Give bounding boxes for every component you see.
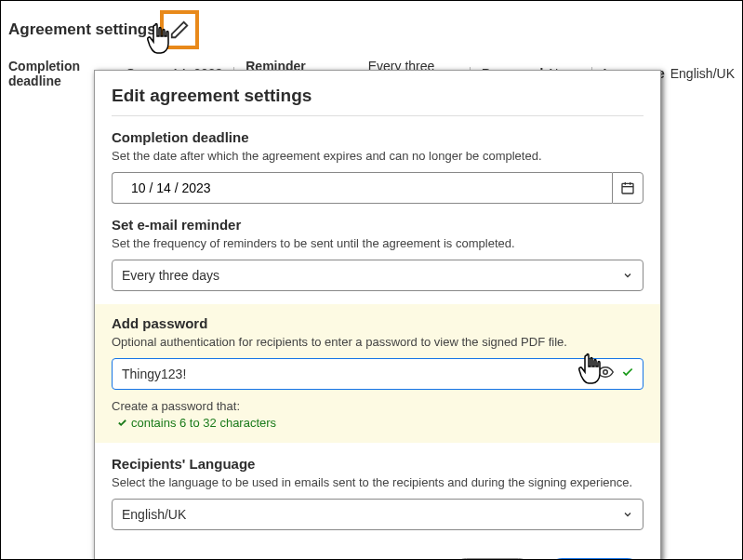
recipients-language-help: Select the language to be used in emails… [112,475,643,489]
add-password-section: Add password Optional authentication for… [95,304,660,443]
page-title-text: Agreement settings [8,20,156,39]
completion-deadline-input[interactable]: 10 / 14 / 2023 [112,172,612,204]
chevron-down-icon [622,509,633,520]
svg-rect-0 [622,183,633,193]
pencil-icon [169,20,190,40]
email-reminder-section: Set e-mail reminder Set the frequency of… [112,217,643,291]
recipients-language-select[interactable]: English/UK [112,499,643,530]
calendar-picker-button[interactable] [612,172,643,204]
recipients-language-section: Recipients' Language Select the language… [112,456,643,530]
password-valid-indicator [621,366,634,382]
dialog-title: Edit agreement settings [112,86,643,106]
svg-point-7 [604,370,608,375]
completion-deadline-help: Set the date after which the agreement e… [112,149,643,163]
add-password-label: Add password [112,315,643,331]
divider [112,115,643,116]
page-title: Agreement settings [8,10,735,49]
email-reminder-help: Set the frequency of reminders to be sen… [112,236,643,250]
recipients-language-selected-value: English/UK [122,507,186,522]
edit-agreement-settings-dialog: Edit agreement settings Completion deadl… [94,70,661,560]
show-password-button[interactable] [597,364,614,384]
password-hint-rule: contains 6 to 32 characters [117,416,643,430]
language-value: English/UK [670,66,735,81]
checkmark-icon [117,418,127,428]
email-reminder-select[interactable]: Every three days [112,260,643,291]
email-reminder-selected-value: Every three days [122,268,219,283]
email-reminder-label: Set e-mail reminder [112,217,643,233]
edit-settings-button[interactable] [160,10,199,49]
completion-deadline-section: Completion deadline Set the date after w… [112,129,643,204]
chevron-down-icon [622,270,633,281]
completion-deadline-label: Completion deadline [112,129,643,145]
recipients-language-label: Recipients' Language [112,456,643,472]
eye-icon [597,364,614,380]
checkmark-icon [621,366,634,379]
password-hint-title: Create a password that: [112,399,643,413]
calendar-icon [620,180,635,195]
password-input[interactable] [112,358,643,390]
password-hint-rule-text: contains 6 to 32 characters [131,416,276,430]
add-password-help: Optional authentication for recipients t… [112,335,643,349]
